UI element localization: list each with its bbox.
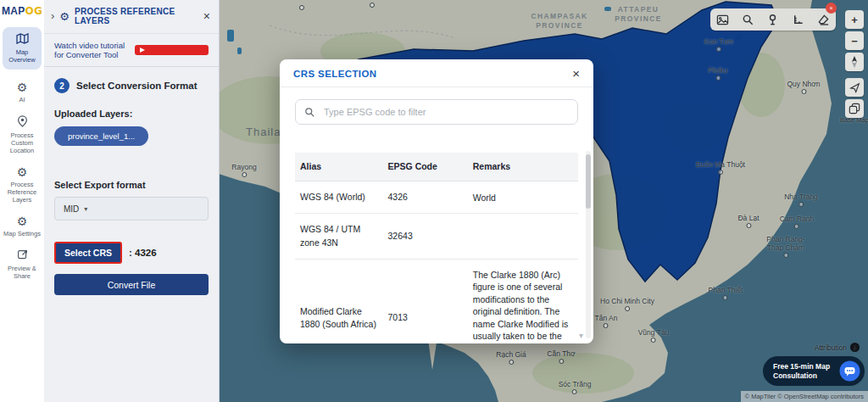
youtube-icon [135,45,209,55]
col-header-epsg: EPSG Code [383,153,468,181]
info-icon: i [850,343,860,352]
base-map-button[interactable] [845,99,864,118]
col-header-alias: Alias [295,153,383,181]
step-row: 2 Select Conversion Format [54,78,209,93]
export-format-label: Select Export format [54,180,209,190]
attribution-toggle[interactable]: Attribution i [815,343,860,352]
left-nav-rail: MAPOG Map Overview ⚙ AI Process Custom L… [0,0,45,402]
drop-pin-button[interactable] [764,10,782,29]
scroll-down-chevron-icon: ▾ [579,331,583,340]
uploaded-layer-chip[interactable]: province_level_1... [54,126,148,146]
map-city-label: Pleiku [708,66,727,81]
collapse-chevron-icon[interactable]: › [51,12,54,20]
base-map-label: Base Map [836,116,868,124]
modal-close-icon[interactable]: × [572,69,580,79]
locate-button[interactable] [845,78,864,97]
video-banner-label: Watch video tutorial for Converter Tool [54,41,128,59]
compass-button[interactable] [845,53,864,71]
brand-logo[interactable]: MAPOG [2,5,42,17]
modal-scrollbar-thumb[interactable] [586,154,591,209]
sidebar-item-label: Map Overview [3,48,42,64]
crs-table-header: Alias EPSG Code Remarks [295,153,578,181]
sidebar-item-map-settings[interactable]: ⚙ Map Settings [3,215,42,237]
consultation-button[interactable]: Free 15-min Map Consultation [763,356,865,386]
map-city-label: Nha Trang [784,193,818,207]
search-icon[interactable] [738,10,757,29]
modal-header: CRS SELECTION × [280,59,593,87]
step-label: Select Conversion Format [76,81,198,91]
notification-badge[interactable]: × [826,3,837,14]
modal-title: CRS SELECTION [293,69,572,79]
measure-button[interactable] [789,10,808,29]
map-marker-dot [370,3,375,8]
copyright-links[interactable]: © MapTiler © OpenStreetMap contributors [745,393,864,400]
panel-close-icon[interactable]: × [203,11,210,21]
map-city-label: Phan Rang- Tháp Chàm [766,235,804,258]
map-city-label: Buôn Ma Thuột [696,160,745,175]
chevron-down-icon: ▾ [84,205,87,213]
consultation-label: Free 15-min Map Consultation [773,362,834,380]
sidebar-item-label: Preview & Share [3,265,42,280]
crs-table-row[interactable]: WGS 84 / UTM zone 43N 32643 [295,214,578,259]
search-icon [304,107,315,118]
sidebar-item-process-custom-location[interactable]: Process Custom Location [3,115,42,154]
crs-row: Select CRS : 4326 [54,242,209,264]
panel-gear-icon: ⚙ [59,10,70,23]
brand-og-text: OG [25,5,42,17]
sidebar-item-label: AI [19,96,25,103]
epsg-search-input[interactable] [322,106,569,118]
cell-alias: WGS 84 / UTM zone 43N [295,214,383,258]
cell-epsg-code: 32643 [383,221,468,252]
cell-remarks: The Clarke 1880 (Arc) figure is one of s… [468,260,578,343]
settings-gear-icon: ⚙ [17,215,28,227]
select-crs-button[interactable]: Select CRS [54,242,122,264]
process-gear-icon: ⚙ [17,166,28,178]
gear-icon: ⚙ [17,81,28,93]
map-toolbar [710,8,836,31]
sidebar-item-ai[interactable]: ⚙ AI [3,81,42,103]
map-copyright: © MapTiler © OpenStreetMap contributors [741,391,868,402]
sidebar-item-label: Process Custom Location [3,131,42,154]
map-city-label: Cần Thơ [547,349,575,364]
map-city-label: Rayong [231,163,256,177]
province-label: CHAMPASAK PROVINCE [531,12,587,31]
image-export-button[interactable] [714,10,732,29]
crs-table-row[interactable]: WGS 84 (World) 4326 World [295,181,578,214]
map-city-label: Tân An [595,314,618,328]
cell-epsg-code: 4326 [383,181,468,213]
crs-table: Alias EPSG Code Remarks WGS 84 (World) 4… [295,153,578,343]
attribution-label: Attribution [815,343,847,352]
sidebar-item-label: Map Settings [3,230,41,237]
cell-epsg-code: 7013 [383,302,468,333]
col-header-remarks: Remarks [468,153,578,181]
map-icon [16,33,29,46]
crs-table-row[interactable]: Modified Clarke 1880 (South Africa) 7013… [295,260,578,343]
step-number-badge: 2 [54,78,70,93]
crs-selection-modal: CRS SELECTION × Alias EPSG Code Remarks … [280,59,593,343]
export-format-value: MID [64,204,79,214]
epsg-search-box [295,99,578,125]
map-city-label: Cam Ranh [780,215,815,229]
map-marker-dot [299,5,304,10]
map-city-label: Ho Chi Minh City [600,297,654,311]
map-city-label: Quy Nhơn [787,80,820,94]
cell-remarks: World [468,182,578,214]
process-reference-layers-panel: › ⚙ PROCESS REFERENCE LAYERS × Watch vid… [44,0,220,402]
sidebar-item-map-overview[interactable]: Map Overview [3,27,42,70]
sidebar-item-process-reference-layers[interactable]: ⚙ Process Reference Layers [3,166,42,204]
zoom-in-button[interactable]: + [845,10,864,29]
panel-title: PROCESS REFERENCE LAYERS [75,7,198,25]
brand-map-text: MAP [2,5,25,17]
video-tutorial-banner[interactable]: Watch video tutorial for Converter Tool [44,33,219,67]
cell-alias: Modified Clarke 1880 (South Africa) [295,296,383,340]
export-format-select[interactable]: MID ▾ [54,197,209,221]
convert-file-button[interactable]: Convert File [54,274,209,295]
sidebar-item-preview-share[interactable]: Preview & Share [3,249,42,280]
map-city-label: Phan Thiết [709,286,743,300]
uploaded-layers-label: Uploaded Layers: [54,109,209,119]
map-city-label: Vũng Tàu [638,328,670,343]
selected-crs-value: : 4326 [129,248,157,258]
cell-remarks [468,227,578,246]
map-city-label: Rạch Giá [496,350,526,365]
zoom-out-button[interactable]: − [845,31,864,50]
